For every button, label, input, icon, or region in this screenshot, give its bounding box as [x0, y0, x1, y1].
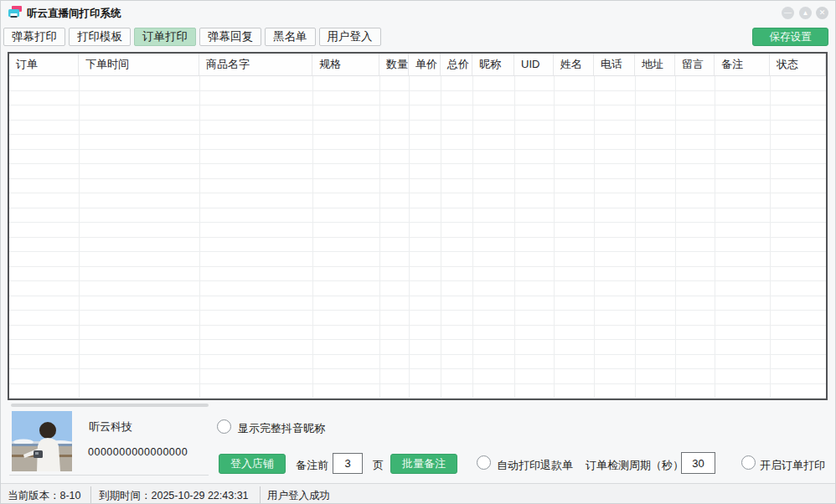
minimize-button[interactable]: — [782, 7, 794, 19]
maximize-button[interactable]: ▲ [799, 7, 812, 19]
column-separator [441, 76, 441, 399]
column-separator [199, 76, 200, 399]
tab-4[interactable]: 黑名单 [265, 28, 316, 46]
account-uid: 0000000000000000 [88, 446, 188, 458]
column-separator [635, 76, 636, 399]
table-row [9, 223, 826, 238]
status-divider [260, 486, 261, 503]
column-separator [312, 76, 313, 399]
note-prefix-label: 备注前 [296, 458, 328, 473]
status-expire-time: 到期时间：2025-10-29 22:43:31 [99, 489, 249, 503]
tab-5[interactable]: 用户登入 [319, 28, 381, 46]
horizontal-scrollbar-thumb[interactable] [11, 404, 209, 407]
column-header-2[interactable]: 商品名字 [199, 54, 312, 75]
column-header-1[interactable]: 下单时间 [79, 54, 199, 75]
tab-bar: 弹幕打印打印模板订单打印弹幕回复黑名单用户登入 [3, 28, 381, 46]
app-window: { "window": { "title": "听云直播间打印系统", "con… [0, 0, 836, 504]
account-card: 听云科技 0000000000000000 [9, 409, 209, 476]
column-header-7[interactable]: 昵称 [472, 54, 514, 75]
pages-suffix-label: 页 [373, 458, 384, 473]
table-row [9, 193, 826, 208]
column-separator [715, 76, 715, 399]
column-separator [594, 76, 595, 399]
close-button[interactable]: ✕ [816, 7, 828, 19]
table-row [9, 296, 826, 311]
column-header-6[interactable]: 总价 [441, 54, 472, 75]
table-row [9, 340, 826, 355]
table-row [9, 384, 826, 399]
auto-print-refund-label: 自动打印退款单 [497, 458, 573, 473]
table-body [9, 76, 826, 399]
column-separator [514, 76, 515, 399]
table-row [9, 105, 826, 121]
table-row [9, 252, 826, 267]
enable-order-print-radio[interactable] [741, 455, 756, 470]
account-avatar [12, 411, 72, 471]
tab-1[interactable]: 打印模板 [69, 28, 131, 46]
table-row [9, 150, 826, 165]
table-row [9, 311, 826, 326]
status-divider [90, 486, 91, 503]
column-header-5[interactable]: 单价 [409, 54, 441, 75]
tab-3[interactable]: 弹幕回复 [199, 28, 261, 46]
table-row [9, 121, 826, 136]
table-row [9, 369, 826, 384]
orders-table: 订单下单时间商品名字规格数量单价总价昵称UID姓名电话地址留言备注状态 [8, 52, 828, 400]
table-row [9, 164, 826, 179]
status-login-message: 用户登入成功 [267, 489, 330, 503]
column-header-10[interactable]: 电话 [594, 54, 635, 75]
table-header: 订单下单时间商品名字规格数量单价总价昵称UID姓名电话地址留言备注状态 [9, 54, 826, 76]
batch-note-button[interactable]: 批量备注 [390, 454, 457, 474]
column-header-12[interactable]: 留言 [675, 54, 715, 75]
column-separator [675, 76, 676, 399]
column-header-3[interactable]: 规格 [312, 54, 379, 75]
check-interval-label: 订单检测周期（秒） [586, 458, 684, 473]
auto-print-refund-radio[interactable] [477, 455, 491, 470]
show-full-nickname-radio[interactable] [217, 419, 231, 434]
column-separator [770, 76, 771, 399]
column-header-9[interactable]: 姓名 [554, 54, 594, 75]
status-bar: 当前版本：8-10 到期时间：2025-10-29 22:43:31 用户登入成… [1, 483, 835, 504]
show-full-nickname-label: 显示完整抖音昵称 [238, 421, 325, 436]
table-row [9, 208, 826, 224]
check-interval-input[interactable] [681, 452, 715, 474]
tab-0[interactable]: 弹幕打印 [3, 28, 65, 46]
column-header-11[interactable]: 地址 [635, 54, 675, 75]
table-row [9, 135, 826, 150]
window-title: 听云直播间打印系统 [27, 7, 121, 21]
column-header-8[interactable]: UID [514, 54, 554, 75]
note-pages-input[interactable] [333, 453, 363, 474]
table-row [9, 326, 826, 341]
save-settings-button[interactable]: 保存设置 [752, 28, 828, 46]
column-header-0[interactable]: 订单 [9, 54, 79, 75]
column-separator [409, 76, 410, 399]
table-row [9, 179, 826, 194]
column-header-4[interactable]: 数量 [379, 54, 409, 75]
table-row [9, 91, 826, 106]
column-separator [379, 76, 380, 399]
column-separator [79, 76, 80, 399]
printer-app-icon [8, 5, 23, 20]
column-header-13[interactable]: 备注 [715, 54, 770, 75]
column-header-14[interactable]: 状态 [770, 54, 826, 75]
status-version: 当前版本：8-10 [8, 489, 81, 503]
column-separator [472, 76, 473, 399]
table-row [9, 76, 826, 91]
table-row [9, 281, 826, 296]
account-name: 听云科技 [89, 419, 132, 435]
table-row [9, 238, 826, 253]
title-bar: 听云直播间打印系统 — ▲ ✕ [1, 1, 835, 24]
table-row [9, 267, 826, 282]
tab-2[interactable]: 订单打印 [134, 28, 196, 46]
column-separator [554, 76, 555, 399]
enable-order-print-label: 开启订单打印 [760, 458, 825, 473]
table-row [9, 355, 826, 370]
login-shop-button[interactable]: 登入店铺 [219, 454, 286, 474]
